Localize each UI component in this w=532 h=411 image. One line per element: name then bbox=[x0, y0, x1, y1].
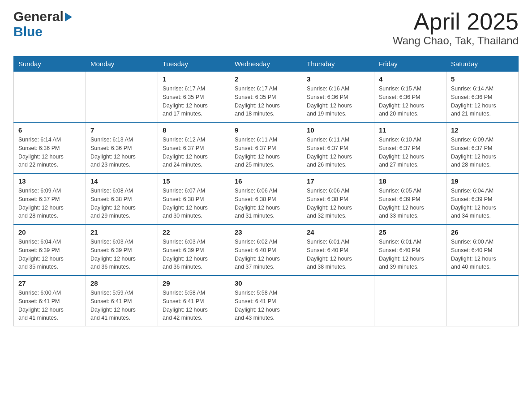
day-number: 22 bbox=[163, 228, 225, 236]
day-number: 30 bbox=[235, 279, 297, 287]
calendar-table: SundayMondayTuesdayWednesdayThursdayFrid… bbox=[13, 56, 519, 326]
day-info: Sunrise: 6:12 AMSunset: 6:37 PMDaylight:… bbox=[163, 136, 225, 169]
day-info: Sunrise: 6:10 AMSunset: 6:37 PMDaylight:… bbox=[379, 136, 442, 169]
day-number: 9 bbox=[235, 126, 297, 134]
column-header-tuesday: Tuesday bbox=[158, 56, 230, 72]
day-number: 17 bbox=[307, 177, 369, 185]
day-number: 16 bbox=[235, 177, 297, 185]
day-info: Sunrise: 6:01 AMSunset: 6:40 PMDaylight:… bbox=[307, 238, 369, 271]
day-number: 20 bbox=[18, 228, 81, 236]
day-info: Sunrise: 5:59 AMSunset: 6:41 PMDaylight:… bbox=[90, 289, 153, 322]
logo-blue-part bbox=[64, 13, 72, 21]
calendar-cell bbox=[86, 72, 158, 123]
day-info: Sunrise: 6:05 AMSunset: 6:39 PMDaylight:… bbox=[379, 187, 442, 220]
day-number: 4 bbox=[379, 75, 442, 83]
day-number: 10 bbox=[307, 126, 369, 134]
day-number: 26 bbox=[451, 228, 514, 236]
day-number: 1 bbox=[163, 75, 225, 83]
column-header-friday: Friday bbox=[374, 56, 446, 72]
day-info: Sunrise: 6:01 AMSunset: 6:40 PMDaylight:… bbox=[379, 238, 442, 271]
day-info: Sunrise: 6:09 AMSunset: 6:37 PMDaylight:… bbox=[18, 187, 81, 220]
calendar-cell: 28Sunrise: 5:59 AMSunset: 6:41 PMDayligh… bbox=[86, 275, 158, 326]
calendar-subtitle: Wang Chao, Tak, Thailand bbox=[393, 34, 519, 47]
day-info: Sunrise: 6:06 AMSunset: 6:38 PMDaylight:… bbox=[307, 187, 369, 220]
day-number: 27 bbox=[18, 279, 81, 287]
column-header-monday: Monday bbox=[86, 56, 158, 72]
day-info: Sunrise: 6:16 AMSunset: 6:36 PMDaylight:… bbox=[307, 85, 369, 118]
day-info: Sunrise: 6:03 AMSunset: 6:39 PMDaylight:… bbox=[90, 238, 153, 271]
logo-blue-text: Blue bbox=[13, 24, 43, 39]
day-info: Sunrise: 6:04 AMSunset: 6:39 PMDaylight:… bbox=[451, 187, 514, 220]
calendar-cell: 5Sunrise: 6:14 AMSunset: 6:36 PMDaylight… bbox=[446, 72, 519, 123]
day-number: 2 bbox=[235, 75, 297, 83]
title-block: April 2025 Wang Chao, Tak, Thailand bbox=[393, 9, 519, 47]
day-info: Sunrise: 6:11 AMSunset: 6:37 PMDaylight:… bbox=[307, 136, 369, 169]
day-info: Sunrise: 6:09 AMSunset: 6:37 PMDaylight:… bbox=[451, 136, 514, 169]
calendar-cell bbox=[374, 275, 446, 326]
day-info: Sunrise: 6:00 AMSunset: 6:40 PMDaylight:… bbox=[451, 238, 514, 271]
calendar-week-row: 6Sunrise: 6:14 AMSunset: 6:36 PMDaylight… bbox=[14, 122, 519, 173]
calendar-cell bbox=[446, 275, 519, 326]
day-number: 3 bbox=[307, 75, 369, 83]
day-number: 21 bbox=[90, 228, 153, 236]
day-number: 13 bbox=[18, 177, 81, 185]
day-number: 23 bbox=[235, 228, 297, 236]
calendar-cell: 2Sunrise: 6:17 AMSunset: 6:35 PMDaylight… bbox=[230, 72, 302, 123]
day-number: 8 bbox=[163, 126, 225, 134]
logo: General Blue bbox=[13, 9, 72, 39]
day-info: Sunrise: 6:14 AMSunset: 6:36 PMDaylight:… bbox=[451, 85, 514, 118]
calendar-cell: 27Sunrise: 6:00 AMSunset: 6:41 PMDayligh… bbox=[14, 275, 86, 326]
calendar-cell: 12Sunrise: 6:09 AMSunset: 6:37 PMDayligh… bbox=[446, 122, 519, 173]
calendar-cell: 23Sunrise: 6:02 AMSunset: 6:40 PMDayligh… bbox=[230, 224, 302, 275]
day-number: 28 bbox=[90, 279, 153, 287]
calendar-cell: 6Sunrise: 6:14 AMSunset: 6:36 PMDaylight… bbox=[14, 122, 86, 173]
day-number: 12 bbox=[451, 126, 514, 134]
day-info: Sunrise: 6:07 AMSunset: 6:38 PMDaylight:… bbox=[163, 187, 225, 220]
calendar-cell: 17Sunrise: 6:06 AMSunset: 6:38 PMDayligh… bbox=[302, 173, 374, 224]
day-number: 25 bbox=[379, 228, 442, 236]
calendar-cell bbox=[14, 72, 86, 123]
calendar-cell: 22Sunrise: 6:03 AMSunset: 6:39 PMDayligh… bbox=[158, 224, 230, 275]
calendar-cell: 16Sunrise: 6:06 AMSunset: 6:38 PMDayligh… bbox=[230, 173, 302, 224]
day-info: Sunrise: 6:03 AMSunset: 6:39 PMDaylight:… bbox=[163, 238, 225, 271]
day-number: 15 bbox=[163, 177, 225, 185]
day-info: Sunrise: 5:58 AMSunset: 6:41 PMDaylight:… bbox=[235, 289, 297, 322]
calendar-cell: 24Sunrise: 6:01 AMSunset: 6:40 PMDayligh… bbox=[302, 224, 374, 275]
day-number: 19 bbox=[451, 177, 514, 185]
calendar-cell: 7Sunrise: 6:13 AMSunset: 6:36 PMDaylight… bbox=[86, 122, 158, 173]
page-header: General Blue April 2025 Wang Chao, Tak, … bbox=[13, 9, 519, 47]
calendar-cell: 1Sunrise: 6:17 AMSunset: 6:35 PMDaylight… bbox=[158, 72, 230, 123]
day-info: Sunrise: 6:06 AMSunset: 6:38 PMDaylight:… bbox=[235, 187, 297, 220]
calendar-cell: 8Sunrise: 6:12 AMSunset: 6:37 PMDaylight… bbox=[158, 122, 230, 173]
day-info: Sunrise: 6:00 AMSunset: 6:41 PMDaylight:… bbox=[18, 289, 81, 322]
day-info: Sunrise: 6:02 AMSunset: 6:40 PMDaylight:… bbox=[235, 238, 297, 271]
calendar-cell: 25Sunrise: 6:01 AMSunset: 6:40 PMDayligh… bbox=[374, 224, 446, 275]
calendar-week-row: 13Sunrise: 6:09 AMSunset: 6:37 PMDayligh… bbox=[14, 173, 519, 224]
calendar-week-row: 1Sunrise: 6:17 AMSunset: 6:35 PMDaylight… bbox=[14, 72, 519, 123]
logo-arrow-icon bbox=[65, 13, 72, 21]
calendar-cell: 10Sunrise: 6:11 AMSunset: 6:37 PMDayligh… bbox=[302, 122, 374, 173]
calendar-cell: 18Sunrise: 6:05 AMSunset: 6:39 PMDayligh… bbox=[374, 173, 446, 224]
calendar-title: April 2025 bbox=[393, 9, 519, 34]
day-number: 11 bbox=[379, 126, 442, 134]
calendar-header-row: SundayMondayTuesdayWednesdayThursdayFrid… bbox=[14, 56, 519, 72]
day-info: Sunrise: 5:58 AMSunset: 6:41 PMDaylight:… bbox=[163, 289, 225, 322]
calendar-cell: 26Sunrise: 6:00 AMSunset: 6:40 PMDayligh… bbox=[446, 224, 519, 275]
calendar-cell: 15Sunrise: 6:07 AMSunset: 6:38 PMDayligh… bbox=[158, 173, 230, 224]
calendar-cell: 4Sunrise: 6:15 AMSunset: 6:36 PMDaylight… bbox=[374, 72, 446, 123]
day-info: Sunrise: 6:04 AMSunset: 6:39 PMDaylight:… bbox=[18, 238, 81, 271]
logo-general-text: General bbox=[13, 9, 64, 24]
column-header-sunday: Sunday bbox=[14, 56, 86, 72]
day-number: 6 bbox=[18, 126, 81, 134]
day-info: Sunrise: 6:17 AMSunset: 6:35 PMDaylight:… bbox=[235, 85, 297, 118]
calendar-cell: 29Sunrise: 5:58 AMSunset: 6:41 PMDayligh… bbox=[158, 275, 230, 326]
calendar-cell: 21Sunrise: 6:03 AMSunset: 6:39 PMDayligh… bbox=[86, 224, 158, 275]
day-number: 14 bbox=[90, 177, 153, 185]
day-info: Sunrise: 6:13 AMSunset: 6:36 PMDaylight:… bbox=[90, 136, 153, 169]
day-number: 18 bbox=[379, 177, 442, 185]
calendar-header: SundayMondayTuesdayWednesdayThursdayFrid… bbox=[14, 56, 519, 72]
day-number: 24 bbox=[307, 228, 369, 236]
calendar-week-row: 27Sunrise: 6:00 AMSunset: 6:41 PMDayligh… bbox=[14, 275, 519, 326]
column-header-wednesday: Wednesday bbox=[230, 56, 302, 72]
calendar-body: 1Sunrise: 6:17 AMSunset: 6:35 PMDaylight… bbox=[14, 72, 519, 326]
